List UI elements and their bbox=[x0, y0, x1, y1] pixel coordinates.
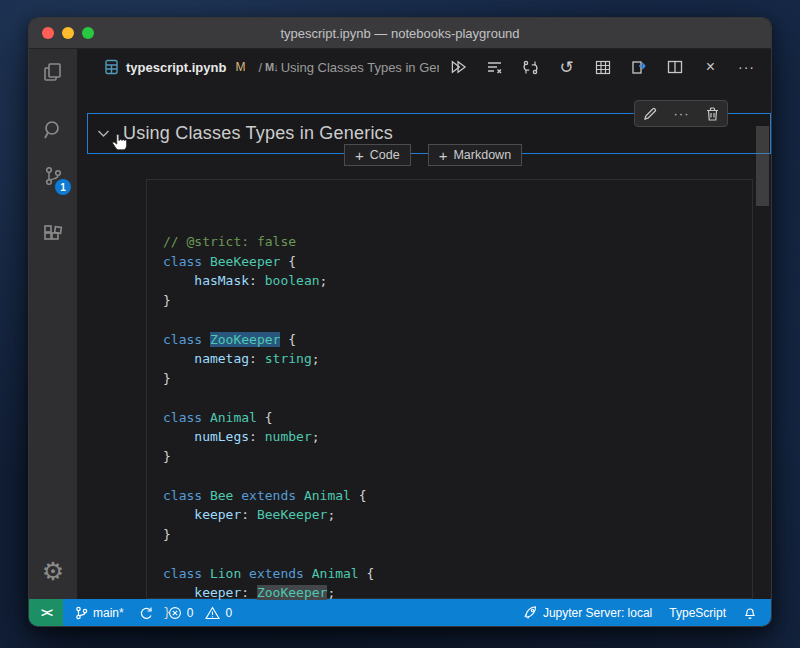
notebook-toolbar: typescript.ipynb M / M↓ Using Classes Ty… bbox=[77, 49, 771, 85]
git-modified-badge: M bbox=[235, 60, 245, 74]
code-line: } bbox=[163, 603, 752, 623]
hand-cursor bbox=[111, 133, 131, 157]
code-line: nametag: string; bbox=[163, 349, 752, 369]
branch-indicator[interactable]: main* bbox=[75, 606, 124, 620]
code-editor[interactable]: // @strict: falseclass BeeKeeper { hasMa… bbox=[147, 180, 752, 627]
sidebar-item-extensions[interactable] bbox=[29, 211, 77, 257]
code-line: keeper: ZooKeeper; bbox=[163, 583, 752, 603]
files-icon bbox=[41, 60, 65, 84]
zoom-window-button[interactable] bbox=[82, 27, 94, 39]
window-title: typescript.ipynb — notebooks-playground bbox=[29, 26, 771, 41]
gear-icon: ⚙ bbox=[42, 557, 64, 586]
code-line bbox=[163, 466, 752, 486]
add-markdown-cell-button[interactable]: + Markdown bbox=[428, 144, 522, 166]
code-line bbox=[163, 310, 752, 330]
editor-area: typescript.ipynb M / M↓ Using Classes Ty… bbox=[77, 49, 771, 599]
chevron-down-icon[interactable] bbox=[97, 129, 110, 138]
notebook-actions: ↺ bbox=[450, 59, 755, 76]
code-line: hasMask: boolean; bbox=[163, 271, 752, 291]
code-line bbox=[163, 388, 752, 408]
restart-icon[interactable] bbox=[522, 59, 539, 76]
remote-icon: >< bbox=[41, 606, 51, 620]
search-icon bbox=[41, 118, 65, 142]
remote-indicator[interactable]: >< bbox=[29, 599, 63, 626]
run-all-icon[interactable] bbox=[450, 59, 467, 76]
plus-icon: + bbox=[439, 148, 448, 163]
scm-badge: 1 bbox=[55, 179, 71, 195]
export-icon[interactable] bbox=[630, 59, 647, 76]
breadcrumb-cell-title: Using Classes Types in Generi bbox=[281, 60, 439, 75]
settings-button[interactable]: ⚙ bbox=[29, 549, 77, 593]
activity-bar: 1 ⚙ bbox=[29, 49, 77, 599]
close-window-button[interactable] bbox=[42, 27, 54, 39]
code-line: } bbox=[163, 291, 752, 311]
markdown-heading: Using Classes Types in Generics bbox=[123, 123, 393, 144]
code-line: } bbox=[163, 525, 752, 545]
extensions-icon bbox=[41, 222, 65, 246]
code-lines: // @strict: falseclass BeeKeeper { hasMa… bbox=[163, 232, 752, 622]
code-line: class Lion extends Animal { bbox=[163, 564, 752, 584]
code-cell[interactable]: // @strict: falseclass BeeKeeper { hasMa… bbox=[146, 179, 753, 599]
code-line: keeper: BeeKeeper; bbox=[163, 505, 752, 525]
code-line: numLegs: number; bbox=[163, 427, 752, 447]
markdown-cell-icon: M↓ bbox=[265, 61, 278, 73]
sidebar-item-explorer[interactable] bbox=[29, 49, 77, 95]
undo-icon[interactable]: ↺ bbox=[558, 59, 575, 76]
titlebar: typescript.ipynb — notebooks-playground bbox=[29, 18, 771, 49]
sidebar-item-source-control[interactable]: 1 bbox=[29, 153, 77, 199]
code-line bbox=[163, 544, 752, 564]
edit-cell-icon[interactable] bbox=[643, 107, 657, 121]
code-line: // @strict: false bbox=[163, 232, 752, 252]
code-line: } bbox=[163, 447, 752, 467]
code-line: class BeeKeeper { bbox=[163, 252, 752, 272]
notebook-body: Using Classes Types in Generics ··· bbox=[77, 85, 771, 599]
more-actions-icon[interactable]: ··· bbox=[738, 59, 755, 76]
delete-cell-icon[interactable] bbox=[706, 107, 719, 121]
code-line: class ZooKeeper { bbox=[163, 330, 752, 350]
sidebar-item-search[interactable] bbox=[29, 107, 77, 153]
vscode-window: typescript.ipynb — notebooks-playground bbox=[28, 17, 772, 627]
close-icon[interactable]: × bbox=[702, 59, 719, 76]
split-editor-icon[interactable] bbox=[666, 59, 683, 76]
code-line: } bbox=[163, 369, 752, 389]
add-code-cell-button[interactable]: + Code bbox=[344, 144, 411, 166]
branch-icon bbox=[75, 606, 88, 620]
variables-icon[interactable] bbox=[594, 59, 611, 76]
cell-more-actions-icon[interactable]: ··· bbox=[673, 107, 689, 120]
clear-outputs-icon[interactable] bbox=[486, 59, 503, 76]
minimize-window-button[interactable] bbox=[62, 27, 74, 39]
cell-toolbar: ··· bbox=[634, 100, 728, 127]
breadcrumb[interactable]: / M↓ Using Classes Types in Generi bbox=[258, 60, 439, 75]
scrollbar-thumb[interactable] bbox=[756, 126, 769, 206]
code-line: class Bee extends Animal { bbox=[163, 486, 752, 506]
tab-filename[interactable]: typescript.ipynb bbox=[126, 60, 226, 75]
notebook-file-icon bbox=[104, 59, 119, 75]
insert-cell-row: + Code + Markdown bbox=[344, 144, 522, 166]
plus-icon: + bbox=[355, 148, 364, 163]
code-line: class Animal { bbox=[163, 408, 752, 428]
